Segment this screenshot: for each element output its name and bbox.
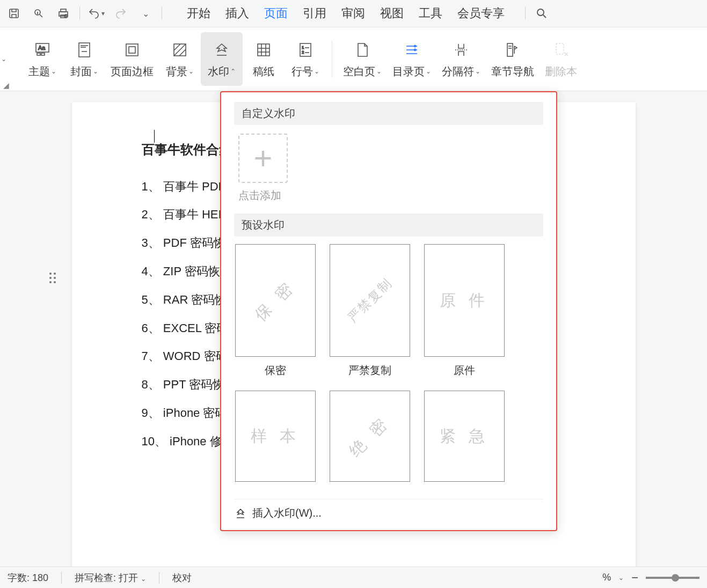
manuscript-button[interactable]: 稿纸 (243, 32, 285, 86)
cover-icon (74, 40, 94, 60)
svg-point-43 (49, 273, 52, 275)
delete-section-icon (551, 40, 571, 60)
preset-top-secret[interactable]: 绝 密 (330, 391, 410, 482)
svg-rect-37 (507, 43, 513, 56)
svg-rect-40 (556, 43, 564, 54)
save-icon[interactable] (5, 5, 23, 22)
proofing-status[interactable]: 校对 (172, 571, 192, 584)
redo-icon[interactable] (112, 5, 129, 22)
print-preview-icon[interactable] (55, 5, 72, 22)
svg-rect-8 (37, 53, 40, 55)
background-icon (170, 40, 190, 60)
preset-urgent[interactable]: 紧 急 (424, 391, 505, 482)
drag-grip-icon[interactable] (48, 271, 57, 284)
preset-sample[interactable]: 样 本 (235, 391, 316, 482)
separator-button[interactable]: 分隔符⌄ (436, 32, 486, 86)
svg-text:1: 1 (302, 45, 304, 50)
svg-rect-14 (126, 44, 138, 56)
insert-watermark-icon (234, 507, 247, 520)
word-count[interactable]: 字数: 180 (8, 571, 48, 584)
custom-watermark-header: 自定义水印 (234, 102, 543, 125)
cover-button[interactable]: 封面⌄ (63, 32, 105, 86)
tab-start[interactable]: 开始 (180, 2, 217, 25)
tab-reference[interactable]: 引用 (296, 2, 333, 25)
separator-icon (451, 40, 471, 60)
theme-icon: Aa (32, 40, 53, 60)
svg-text:Aa: Aa (38, 45, 46, 51)
more-qat-icon[interactable]: ⌄ (137, 5, 154, 22)
watermark-icon (212, 40, 232, 60)
line-number-button[interactable]: 12 行号⌄ (285, 32, 326, 86)
background-button[interactable]: 背景⌄ (159, 32, 201, 86)
ribbon: ⌄ ◢ Aa 主题⌄ 封面⌄ 页面边框 背景⌄ 水印⌃ 稿纸 (0, 27, 707, 91)
chapter-nav-button[interactable]: 章节导航 (486, 32, 540, 86)
svg-line-19 (179, 49, 186, 56)
preset-watermark-header: 预设水印 (234, 214, 543, 237)
svg-point-48 (54, 281, 56, 283)
svg-rect-21 (258, 44, 269, 56)
undo-icon[interactable]: ▾ (88, 5, 105, 22)
add-watermark-label: 点击添加 (238, 188, 281, 203)
tab-insert[interactable]: 插入 (219, 2, 256, 25)
svg-rect-15 (129, 47, 135, 53)
svg-line-17 (174, 44, 186, 56)
blank-page-button[interactable]: 空白页⌄ (338, 32, 387, 86)
insert-watermark-item[interactable]: 插入水印(W)... (234, 499, 543, 524)
add-watermark-button[interactable]: + (238, 134, 288, 183)
svg-rect-10 (79, 43, 90, 57)
zoom-dropdown-icon[interactable]: ⌄ (618, 574, 624, 582)
tab-tools[interactable]: 工具 (412, 2, 449, 25)
svg-line-18 (174, 44, 180, 50)
zoom-value[interactable]: % (602, 572, 611, 583)
svg-point-47 (49, 281, 52, 283)
zoom-out-icon[interactable]: − (631, 571, 638, 585)
toc-page-button[interactable]: 目录页⌄ (387, 32, 436, 86)
watermark-dropdown: 自定义水印 + 点击添加 预设水印 保 密 保密 严禁复制 严禁复制 原 件 原… (220, 91, 557, 531)
tab-view[interactable]: 视图 (374, 2, 410, 25)
status-bar: 字数: 180 拼写检查: 打开 ⌄ 校对 % ⌄ − (0, 567, 707, 588)
delete-section-button[interactable]: 删除本 (540, 32, 582, 86)
tab-page[interactable]: 页面 (258, 2, 294, 25)
preset-original[interactable]: 原 件 原件 (424, 244, 505, 378)
page-border-icon (122, 40, 142, 60)
text-cursor (142, 130, 155, 143)
menu-tabs: 开始 插入 页面 引用 审阅 视图 工具 会员专享 (180, 2, 511, 25)
chapter-nav-icon (502, 40, 523, 60)
svg-point-34 (414, 45, 416, 47)
preset-no-copy[interactable]: 严禁复制 严禁复制 (330, 244, 410, 378)
print-icon[interactable] (30, 5, 47, 22)
svg-point-5 (537, 9, 544, 16)
svg-rect-0 (10, 9, 18, 18)
page-border-button[interactable]: 页面边框 (105, 32, 159, 86)
tab-member[interactable]: 会员专享 (451, 2, 511, 25)
theme-button[interactable]: Aa 主题⌄ (21, 32, 63, 86)
toc-page-icon (402, 40, 422, 60)
preset-confidential[interactable]: 保 密 保密 (235, 244, 316, 378)
svg-point-46 (54, 277, 56, 279)
watermark-button[interactable]: 水印⌃ (201, 32, 243, 86)
svg-text:2: 2 (302, 50, 304, 55)
ribbon-prev-icon[interactable]: ⌄ (1, 55, 6, 63)
search-icon[interactable] (533, 5, 550, 22)
svg-point-45 (49, 277, 52, 279)
svg-point-44 (54, 273, 56, 275)
manuscript-icon (253, 40, 274, 60)
line-number-icon: 12 (295, 40, 316, 60)
ribbon-collapse-icon[interactable]: ◢ (3, 81, 9, 90)
tab-review[interactable]: 审阅 (335, 2, 371, 25)
svg-point-35 (414, 49, 416, 50)
plus-icon: + (253, 150, 272, 166)
svg-rect-2 (61, 9, 66, 12)
zoom-slider[interactable] (646, 577, 699, 579)
blank-page-icon (352, 40, 373, 60)
spellcheck-status[interactable]: 拼写检查: 打开 ⌄ (75, 571, 146, 584)
svg-rect-9 (41, 53, 45, 55)
